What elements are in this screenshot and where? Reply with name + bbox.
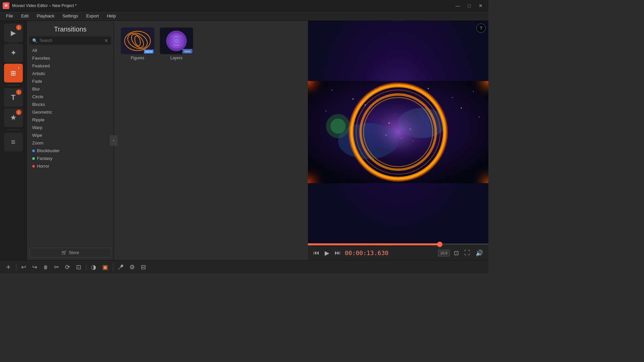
toolbar-stickers[interactable]: ★ 1 xyxy=(4,108,23,127)
maximize-button[interactable]: □ xyxy=(464,2,474,10)
thumbnails-grid: NEW Figures NEW Layers xyxy=(121,27,193,60)
menu-help[interactable]: Help xyxy=(104,13,119,19)
volume-button[interactable]: 🔊 xyxy=(474,248,484,258)
collapse-panel-button[interactable]: ‹ xyxy=(110,135,118,146)
menu-export[interactable]: Export xyxy=(83,13,102,19)
svg-point-37 xyxy=(410,129,411,130)
rotate-button[interactable]: ⟳ xyxy=(63,262,72,272)
progress-bar[interactable] xyxy=(308,243,488,245)
svg-rect-44 xyxy=(458,153,488,183)
add-track-button[interactable]: + xyxy=(3,262,13,272)
left-toolbar: ▶ 1 ✦ ⊞ 1 T 1 ★ 1 ≡ xyxy=(0,21,27,260)
stickers-icon: ★ xyxy=(10,113,17,122)
app-icon: M xyxy=(3,2,9,9)
store-icon: 🛒 xyxy=(61,250,67,255)
cat-featured[interactable]: Featured xyxy=(30,62,111,70)
crop-button[interactable]: ⊡ xyxy=(74,262,83,272)
minimize-button[interactable]: — xyxy=(453,2,463,10)
menu-file[interactable]: File xyxy=(3,13,16,19)
thumb-figures[interactable]: NEW Figures xyxy=(121,27,154,60)
cat-ripple[interactable]: Ripple xyxy=(30,116,111,124)
timecode: 00:00:13.630 xyxy=(345,249,388,256)
svg-rect-41 xyxy=(308,81,338,111)
cat-zoom[interactable]: Zoom xyxy=(30,139,111,147)
toolbar-sep3 xyxy=(113,263,113,271)
cat-favorites[interactable]: Favorites xyxy=(30,54,111,62)
toolbar-effects[interactable]: ✦ xyxy=(4,44,23,62)
space-scene-svg xyxy=(308,21,488,243)
windowed-button[interactable]: ⊡ xyxy=(452,248,460,258)
cat-blockbuster[interactable]: Blockbuster xyxy=(30,147,111,155)
highlight-button[interactable]: ▣ xyxy=(100,262,110,272)
transitions-badge: 1 xyxy=(16,65,21,70)
menu-edit[interactable]: Edit xyxy=(18,13,32,19)
dot-fantasy xyxy=(32,157,35,160)
dot-horror xyxy=(32,165,35,168)
title-text: Movavi Video Editor – New Project * xyxy=(12,3,453,8)
search-icon: 🔍 xyxy=(32,38,38,43)
aspect-ratio-button[interactable]: 16:9 xyxy=(438,250,450,256)
titles-icon: T xyxy=(11,93,15,102)
figures-new-badge: NEW xyxy=(144,50,154,54)
cat-artistic[interactable]: Artistic xyxy=(30,70,111,77)
cat-horror[interactable]: Horror xyxy=(30,162,111,170)
close-button[interactable]: ✕ xyxy=(476,2,486,10)
svg-point-13 xyxy=(353,99,354,100)
cat-fantasy[interactable]: Fantasy xyxy=(30,155,111,162)
fullscreen-button[interactable]: ⛶ xyxy=(463,248,472,258)
playback-controls: ⏮ ▶ ⏭ 00:00:13.630 16:9 ⊡ ⛶ 🔊 xyxy=(308,245,488,260)
transitions-panel: Transitions 🔍 ✕ All Favorites Featured A… xyxy=(27,21,114,260)
cat-geometric[interactable]: Geometric xyxy=(30,108,111,116)
layers-badge: NEW xyxy=(182,49,193,54)
help-button[interactable]: ? xyxy=(476,23,486,33)
toolbar-video[interactable]: ▶ 1 xyxy=(4,23,23,42)
sliders-button[interactable]: ⊟ xyxy=(139,262,148,272)
timeline-area: + ↩ ↪ 🗑 ✂ ⟳ ⊡ ◑ ▣ 🎤 ⚙ ⊟ T 👁 🔗 xyxy=(0,260,488,274)
next-button[interactable]: ⏭ xyxy=(333,248,342,258)
svg-point-10 xyxy=(166,37,186,45)
svg-point-35 xyxy=(368,102,428,162)
cat-all[interactable]: All xyxy=(30,47,111,54)
store-label: Store xyxy=(69,250,79,255)
cat-blur[interactable]: Blur xyxy=(30,85,111,93)
window-controls: — □ ✕ xyxy=(453,2,486,10)
stickers-badge: 1 xyxy=(16,110,21,115)
menu-settings[interactable]: Settings xyxy=(59,13,82,19)
progress-fill xyxy=(308,243,440,245)
cat-fade[interactable]: Fade xyxy=(30,77,111,85)
progress-thumb[interactable] xyxy=(437,242,442,247)
search-input[interactable] xyxy=(40,38,102,43)
cat-circle[interactable]: Circle xyxy=(30,93,111,101)
transitions-title: Transitions xyxy=(27,21,114,37)
figures-label: Figures xyxy=(131,56,144,60)
delete-button[interactable]: 🗑 xyxy=(41,263,50,271)
undo-button[interactable]: ↩ xyxy=(19,262,28,272)
dot-blockbuster xyxy=(32,149,35,152)
svg-point-40 xyxy=(413,141,414,141)
prev-button[interactable]: ⏮ xyxy=(312,248,321,258)
effects-icon: ✦ xyxy=(10,49,16,57)
redo-button[interactable]: ↪ xyxy=(30,262,39,272)
store-button[interactable]: 🛒 Store xyxy=(30,248,111,257)
cat-warp[interactable]: Warp xyxy=(30,124,111,131)
voiceover-button[interactable]: 🎤 xyxy=(116,263,125,271)
play-button[interactable]: ▶ xyxy=(323,248,331,258)
cat-blocks[interactable]: Blocks xyxy=(30,101,111,108)
thumb-layers[interactable]: NEW Layers xyxy=(160,27,193,60)
svg-point-28 xyxy=(330,119,345,134)
menu-playback[interactable]: Playback xyxy=(33,13,58,19)
timecode-base: 00:00: xyxy=(345,249,367,256)
settings-button[interactable]: ⚙ xyxy=(127,262,137,272)
preview-video: ? xyxy=(308,21,488,243)
cut-button[interactable]: ✂ xyxy=(52,262,61,272)
search-clear-icon[interactable]: ✕ xyxy=(104,38,108,43)
transitions-content: NEW Figures NEW Layers xyxy=(114,21,308,260)
cat-wipe[interactable]: Wipe xyxy=(30,131,111,139)
toolbar-transitions[interactable]: ⊞ 1 xyxy=(4,64,23,82)
toolbar-filters[interactable]: ≡ xyxy=(4,133,23,152)
color-button[interactable]: ◑ xyxy=(89,262,98,272)
titles-badge: 1 xyxy=(16,89,21,95)
main-layout: ▶ 1 ✦ ⊞ 1 T 1 ★ 1 ≡ Transitions 🔍 ✕ xyxy=(0,21,488,260)
playback-right-controls: 16:9 ⊡ ⛶ 🔊 xyxy=(438,248,484,258)
toolbar-titles[interactable]: T 1 xyxy=(4,88,23,107)
